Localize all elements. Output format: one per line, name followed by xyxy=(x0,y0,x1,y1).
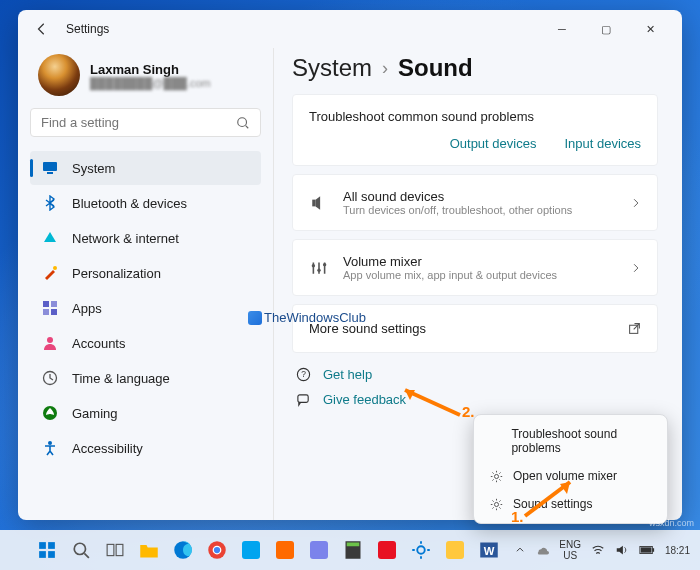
person-icon xyxy=(42,335,58,351)
svg-point-26 xyxy=(74,543,85,554)
nav-label: Gaming xyxy=(72,406,118,421)
maximize-button[interactable]: ▢ xyxy=(586,15,626,43)
search-box[interactable] xyxy=(30,108,261,137)
svg-rect-27 xyxy=(107,544,114,555)
sidebar: Laxman Singh ████████@███.com System Blu… xyxy=(18,48,273,520)
more-sound-settings-row[interactable]: More sound settings xyxy=(292,304,658,353)
svg-rect-1 xyxy=(43,162,57,171)
svg-point-11 xyxy=(48,441,52,445)
input-devices-link[interactable]: Input devices xyxy=(564,136,641,151)
nav-time[interactable]: Time & language xyxy=(30,361,261,395)
taskbar-app3[interactable] xyxy=(306,537,332,563)
start-button[interactable] xyxy=(34,537,60,563)
ctx-label: Sound settings xyxy=(513,497,592,511)
titlebar: Settings ─ ▢ ✕ xyxy=(18,10,682,48)
breadcrumb: System › Sound xyxy=(292,54,658,82)
ctx-volume-mixer[interactable]: Open volume mixer xyxy=(479,462,662,490)
taskbar-edge[interactable] xyxy=(170,537,196,563)
nav-system[interactable]: System xyxy=(30,151,261,185)
task-view-button[interactable] xyxy=(102,537,128,563)
help-icon: ? xyxy=(296,367,311,382)
svg-rect-24 xyxy=(39,551,46,558)
search-input[interactable] xyxy=(41,115,236,130)
taskbar: W ENGUS 18:21 xyxy=(0,530,700,570)
ctx-sound-settings[interactable]: Sound settings xyxy=(479,490,662,518)
link-label: Get help xyxy=(323,367,372,382)
gear-icon xyxy=(489,469,503,483)
tray-clock[interactable]: 18:21 xyxy=(665,545,690,556)
troubleshoot-card: Troubleshoot common sound problems Outpu… xyxy=(292,94,658,166)
taskbar-settings[interactable] xyxy=(408,537,434,563)
nav-gaming[interactable]: Gaming xyxy=(30,396,261,430)
speaker-icon xyxy=(309,193,329,213)
taskbar-app4[interactable] xyxy=(374,537,400,563)
svg-rect-25 xyxy=(48,551,55,558)
nav-accounts[interactable]: Accounts xyxy=(30,326,261,360)
tray-wifi-icon[interactable] xyxy=(591,543,605,557)
svg-rect-28 xyxy=(116,544,123,555)
nav-apps[interactable]: Apps xyxy=(30,291,261,325)
minimize-button[interactable]: ─ xyxy=(542,15,582,43)
tray-onedrive-icon[interactable] xyxy=(535,543,549,557)
tray-chevron-icon[interactable] xyxy=(515,545,525,555)
taskbar-chrome[interactable] xyxy=(204,537,230,563)
clock-icon xyxy=(42,370,58,386)
give-feedback-link[interactable]: Give feedback xyxy=(292,392,658,407)
svg-rect-19 xyxy=(298,395,308,403)
taskbar-explorer[interactable] xyxy=(136,537,162,563)
nav-label: Apps xyxy=(72,301,102,316)
row-title: All sound devices xyxy=(343,189,617,204)
row-title: Volume mixer xyxy=(343,254,617,269)
gear-icon xyxy=(489,497,503,511)
nav-label: Personalization xyxy=(72,266,161,281)
close-button[interactable]: ✕ xyxy=(630,15,670,43)
svg-point-35 xyxy=(417,546,425,554)
nav-label: Time & language xyxy=(72,371,170,386)
get-help-link[interactable]: ?Get help xyxy=(292,367,658,382)
volume-mixer-row[interactable]: Volume mixerApp volume mix, app input & … xyxy=(292,239,658,296)
all-sound-devices-row[interactable]: All sound devicesTurn devices on/off, tr… xyxy=(292,174,658,231)
taskbar-calculator[interactable] xyxy=(340,537,366,563)
user-email: ████████@███.com xyxy=(90,77,211,89)
svg-rect-34 xyxy=(347,543,360,547)
window-title: Settings xyxy=(66,22,109,36)
tray-language[interactable]: ENGUS xyxy=(559,539,581,561)
context-menu: Troubleshoot sound problems Open volume … xyxy=(473,414,668,524)
chevron-right-icon: › xyxy=(382,58,388,79)
search-button[interactable] xyxy=(68,537,94,563)
monitor-icon xyxy=(42,160,58,176)
nav-accessibility[interactable]: Accessibility xyxy=(30,431,261,465)
user-block[interactable]: Laxman Singh ████████@███.com xyxy=(30,48,261,108)
attribution: wsxdn.com xyxy=(649,518,694,528)
access-icon xyxy=(42,440,58,456)
feedback-icon xyxy=(296,392,311,407)
svg-rect-12 xyxy=(312,199,315,206)
svg-point-15 xyxy=(323,262,326,265)
svg-text:?: ? xyxy=(301,369,306,379)
nav-label: Accessibility xyxy=(72,441,143,456)
link-label: Give feedback xyxy=(323,392,406,407)
taskbar-app1[interactable] xyxy=(238,537,264,563)
system-tray: ENGUS 18:21 xyxy=(515,539,690,561)
back-button[interactable] xyxy=(30,17,54,41)
nav-personalization[interactable]: Personalization xyxy=(30,256,261,290)
taskbar-word[interactable]: W xyxy=(476,537,502,563)
nav-list: System Bluetooth & devices Network & int… xyxy=(30,151,261,465)
svg-rect-7 xyxy=(51,309,57,315)
svg-point-21 xyxy=(494,502,498,506)
tray-volume-icon[interactable] xyxy=(615,543,629,557)
chevron-right-icon xyxy=(631,263,641,273)
nav-label: System xyxy=(72,161,115,176)
output-devices-link[interactable]: Output devices xyxy=(450,136,537,151)
taskbar-app5[interactable] xyxy=(442,537,468,563)
ctx-troubleshoot[interactable]: Troubleshoot sound problems xyxy=(479,420,662,462)
row-subtitle: Turn devices on/off, troubleshoot, other… xyxy=(343,204,617,216)
taskbar-app2[interactable] xyxy=(272,537,298,563)
nav-label: Bluetooth & devices xyxy=(72,196,187,211)
bluetooth-icon xyxy=(42,195,58,211)
svg-point-3 xyxy=(53,266,57,270)
nav-bluetooth[interactable]: Bluetooth & devices xyxy=(30,186,261,220)
breadcrumb-parent[interactable]: System xyxy=(292,54,372,82)
tray-battery-icon[interactable] xyxy=(639,545,655,555)
nav-network[interactable]: Network & internet xyxy=(30,221,261,255)
